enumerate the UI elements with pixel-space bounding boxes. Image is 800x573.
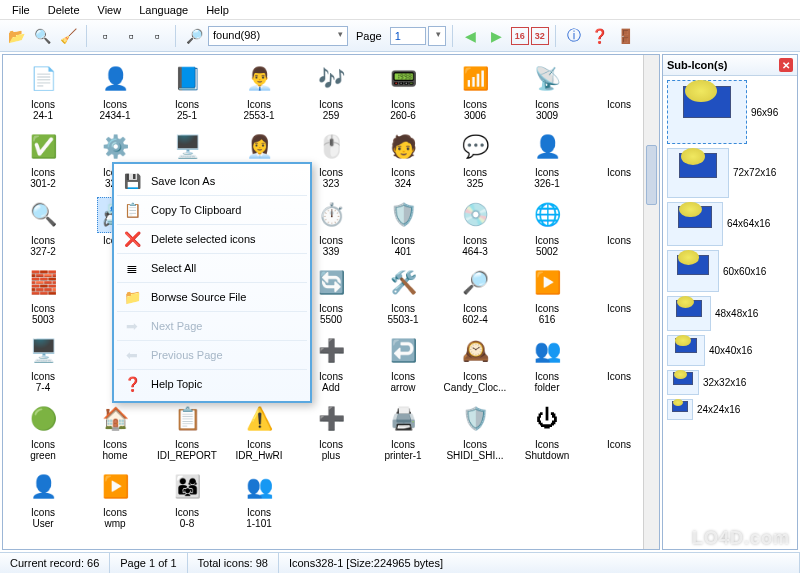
ctx-item-icon: 📋	[123, 201, 141, 219]
icon-cell[interactable]	[367, 467, 439, 533]
icon-cell[interactable]: 👥Iconsfolder	[511, 331, 583, 397]
icon-cell[interactable]: 🖥️Icons7-4	[7, 331, 79, 397]
icon-cell[interactable]: 🟢Iconsgreen	[7, 399, 79, 465]
icon-cell[interactable]: 📄Icons24-1	[7, 59, 79, 125]
ctx-borwse-source-file[interactable]: 📁Borwse Source File	[117, 283, 307, 312]
menu-delete[interactable]: Delete	[40, 2, 88, 18]
icon-cell[interactable]: 👤IconsUser	[7, 467, 79, 533]
sub-icon-item[interactable]: 96x96	[667, 80, 793, 144]
close-icon[interactable]: ✕	[779, 58, 793, 72]
ctx-help-topic[interactable]: ❓Help Topic	[117, 370, 307, 398]
ctx-copy-to-clipboard[interactable]: 📋Copy To Clipboard	[117, 196, 307, 225]
view1-button[interactable]: ▫	[93, 24, 117, 48]
page-combo[interactable]	[428, 26, 446, 46]
open-button[interactable]: 📂	[4, 24, 28, 48]
sub-icon-item[interactable]: 40x40x16	[667, 335, 793, 365]
icon-glyph: 👨‍💼	[241, 61, 277, 97]
ctx-delete-selected-icons[interactable]: ❌Delete selected icons	[117, 225, 307, 254]
icon-cell[interactable]: 🖨️Iconsprinter-1	[367, 399, 439, 465]
icon-cell[interactable]: 💬Icons325	[439, 127, 511, 193]
sub-icon-item[interactable]: 60x60x16	[667, 250, 793, 292]
icon-cell[interactable]: 🧑Icons324	[367, 127, 439, 193]
icon-cell[interactable]: ⏻IconsShutdown	[511, 399, 583, 465]
icon-glyph	[601, 265, 637, 301]
menu-language[interactable]: Language	[131, 2, 196, 18]
scan-button[interactable]: 🔍	[30, 24, 54, 48]
sub-icon-size-label: 24x24x16	[697, 404, 740, 415]
icon-cell[interactable]: 🕰️IconsCandy_Cloc...	[439, 331, 511, 397]
icon-cell[interactable]: 👨‍👩‍👧Icons0-8	[151, 467, 223, 533]
menu-view[interactable]: View	[90, 2, 130, 18]
icon-glyph: ⚠️	[241, 401, 277, 437]
icon-cell[interactable]: 📋IconsIDI_REPORT	[151, 399, 223, 465]
icon-label	[367, 507, 439, 531]
next-page-button[interactable]: ▶	[485, 24, 509, 48]
help-button[interactable]: ❓	[588, 24, 612, 48]
icon-cell[interactable]	[295, 467, 367, 533]
ctx-select-all[interactable]: ≣Select All	[117, 254, 307, 283]
page-input[interactable]: 1	[390, 27, 426, 45]
menu-file[interactable]: File	[4, 2, 38, 18]
icon-cell[interactable]: 💿Icons464-3	[439, 195, 511, 261]
icon-cell[interactable]: 👨‍💼Icons2553-1	[223, 59, 295, 125]
sub-icon-thumb	[667, 202, 723, 247]
size16-button[interactable]: 16	[511, 27, 529, 45]
icon-glyph: 👨‍👩‍👧	[169, 469, 205, 505]
status-total: Total icons: 98	[188, 553, 279, 573]
icon-cell[interactable]: 👥Icons1-101	[223, 467, 295, 533]
icon-label: Icons0-8	[151, 507, 223, 531]
icon-cell[interactable]: 📘Icons25-1	[151, 59, 223, 125]
ctx-save-icon-as[interactable]: 💾Save Icon As	[117, 167, 307, 196]
sub-icon-item[interactable]: 24x24x16	[667, 399, 793, 420]
icon-cell[interactable]: 👤Icons2434-1	[79, 59, 151, 125]
icon-glyph: 📶	[457, 61, 493, 97]
icon-glyph: 🛡️	[385, 197, 421, 233]
icon-cell[interactable]: 👤Icons326-1	[511, 127, 583, 193]
icon-cell[interactable]: 🔍Icons327-2	[7, 195, 79, 261]
icon-cell[interactable]	[439, 467, 511, 533]
clean-button[interactable]: 🧹	[56, 24, 80, 48]
icon-cell[interactable]: ▶️Icons616	[511, 263, 583, 329]
size32-button[interactable]: 32	[531, 27, 549, 45]
icon-cell[interactable]: ▶️Iconswmp	[79, 467, 151, 533]
sub-icon-item[interactable]: 32x32x16	[667, 370, 793, 396]
ctx-item-label: Select All	[151, 262, 196, 274]
icon-cell[interactable]: 🔎Icons602-4	[439, 263, 511, 329]
icon-cell[interactable]: 📡Icons3009	[511, 59, 583, 125]
icon-cell[interactable]: ⚠️IconsIDR_HwRI	[223, 399, 295, 465]
icon-cell[interactable]: 🛡️Icons401	[367, 195, 439, 261]
main-scrollbar[interactable]	[643, 55, 659, 549]
view3-button[interactable]: ▫	[145, 24, 169, 48]
icon-cell[interactable]: 🏠Iconshome	[79, 399, 151, 465]
icon-cell[interactable]: ✅Icons301-2	[7, 127, 79, 193]
icon-cell[interactable]: 🛠️Icons5503-1	[367, 263, 439, 329]
sub-icon-item[interactable]: 48x48x16	[667, 296, 793, 331]
view2-button[interactable]: ▫	[119, 24, 143, 48]
icon-glyph	[601, 197, 637, 233]
icon-cell[interactable]: ↩️Iconsarrow	[367, 331, 439, 397]
sub-icon-item[interactable]: 64x64x16	[667, 202, 793, 247]
status-page: Page 1 of 1	[110, 553, 187, 573]
sub-icon-size-label: 32x32x16	[703, 377, 746, 388]
toolbar: 📂 🔍 🧹 ▫ ▫ ▫ 🔎 found(98) Page 1 ◀ ▶ 16 32…	[0, 20, 800, 52]
icon-cell[interactable]: 🧱Icons5003	[7, 263, 79, 329]
icon-cell[interactable]: 🎶Icons259	[295, 59, 367, 125]
icon-cell[interactable]: 🛡️IconsSHIDI_SHI...	[439, 399, 511, 465]
icon-cell[interactable]: ➕Iconsplus	[295, 399, 367, 465]
prev-page-button[interactable]: ◀	[459, 24, 483, 48]
ctx-item-icon: 📁	[123, 288, 141, 306]
icon-cell[interactable]: 📶Icons3006	[439, 59, 511, 125]
icon-cell[interactable]: 📟Icons260-6	[367, 59, 439, 125]
preview-button[interactable]: 🔎	[182, 24, 206, 48]
icon-cell[interactable]	[511, 467, 583, 533]
icon-label: IconsIDI_REPORT	[151, 439, 223, 463]
results-combo[interactable]: found(98)	[208, 26, 348, 46]
icon-cell[interactable]: 🌐Icons5002	[511, 195, 583, 261]
icon-glyph: ↩️	[385, 333, 421, 369]
exit-button[interactable]: 🚪	[614, 24, 638, 48]
sub-icon-item[interactable]: 72x72x16	[667, 148, 793, 198]
menu-help[interactable]: Help	[198, 2, 237, 18]
icon-label: Iconsprinter-1	[367, 439, 439, 463]
icon-glyph	[601, 401, 637, 437]
info-button[interactable]: ⓘ	[562, 24, 586, 48]
